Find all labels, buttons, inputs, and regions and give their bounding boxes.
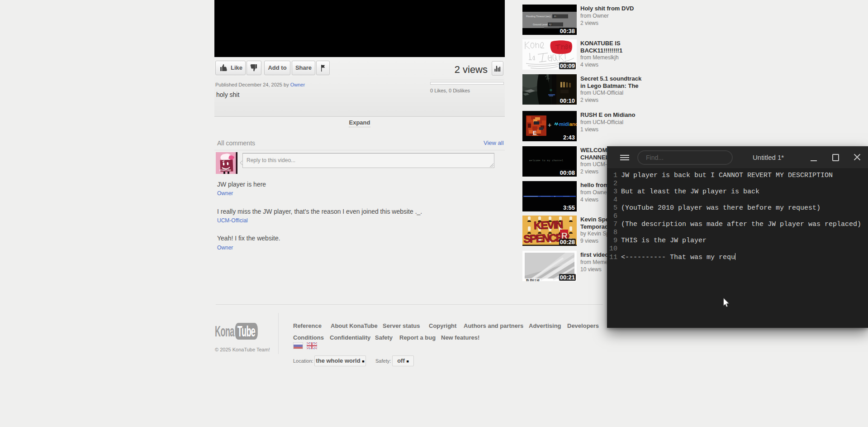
svg-text:E: E bbox=[533, 130, 537, 136]
svg-text:KONATUBE: KONATUBE bbox=[219, 169, 231, 172]
svg-text:welcome to my channel: welcome to my channel bbox=[529, 159, 564, 162]
svg-text:62: 62 bbox=[549, 23, 552, 26]
svg-text:Flooding Timeout (sec): Flooding Timeout (sec) bbox=[526, 15, 551, 18]
svg-text:20: 20 bbox=[554, 15, 556, 18]
svg-text:midiano: midiano bbox=[559, 121, 577, 127]
svg-text:KEVIN: KEVIN bbox=[534, 218, 563, 231]
svg-text:+: + bbox=[548, 121, 551, 129]
svg-text:Ground Level: Ground Level bbox=[533, 23, 547, 26]
svg-text:th thi t id: th thi t id bbox=[526, 278, 540, 282]
